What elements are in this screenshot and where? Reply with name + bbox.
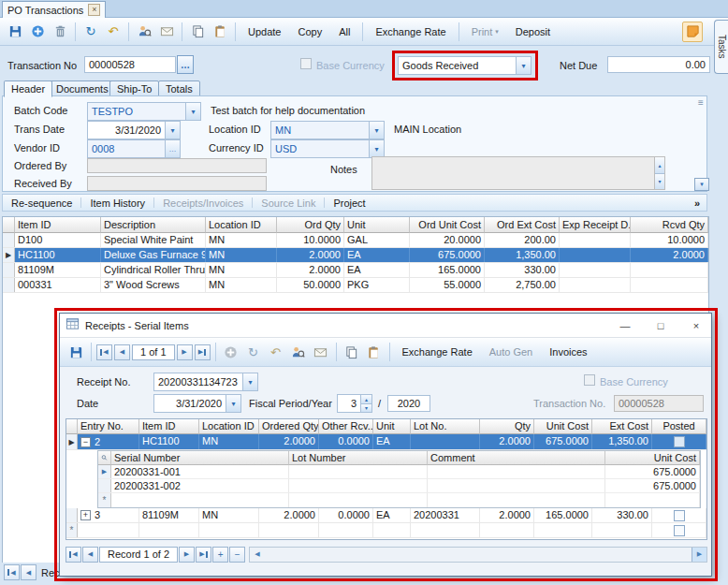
col-description[interactable]: Description bbox=[101, 217, 206, 233]
invoices-button[interactable]: Invoices bbox=[542, 342, 594, 362]
col-ordered-qty[interactable]: Ordered Qty bbox=[259, 419, 319, 434]
cell-qty[interactable] bbox=[480, 523, 534, 537]
col-item-id[interactable]: Item ID bbox=[15, 217, 101, 233]
copy-icon[interactable] bbox=[342, 342, 362, 362]
cell-unit[interactable]: PKG bbox=[344, 278, 410, 292]
col-other-rcvd[interactable]: Other Rcv... bbox=[319, 419, 373, 434]
col-unit[interactable]: Unit bbox=[373, 419, 411, 434]
delete-icon[interactable] bbox=[50, 22, 70, 42]
vendor-id-field[interactable]: 0008 … bbox=[87, 139, 181, 158]
email-icon[interactable] bbox=[311, 342, 331, 362]
collapse-panel-button[interactable]: ▾ bbox=[694, 178, 709, 191]
cell-ext-cost[interactable]: 330.00 bbox=[592, 508, 652, 522]
cell-serial-number[interactable]: 20200331-001 bbox=[111, 465, 289, 478]
record-prev-button[interactable]: ◀ bbox=[114, 344, 130, 360]
cell-unit[interactable]: GAL bbox=[344, 233, 410, 247]
cell-item-id[interactable]: HC1100 bbox=[15, 248, 101, 262]
currency-combo[interactable]: USD ▾ bbox=[270, 139, 385, 158]
cell-unit[interactable]: EA bbox=[344, 248, 410, 262]
resequence-link[interactable]: Re-sequence bbox=[3, 197, 80, 209]
grid-next-button[interactable]: ▶ bbox=[179, 547, 195, 563]
exchange-rate-button[interactable]: Exchange Rate bbox=[368, 22, 453, 42]
cell-entry-no[interactable]: −2 bbox=[78, 434, 139, 449]
cell-ord-qty[interactable]: 2.0000 bbox=[277, 248, 344, 262]
cell-unit-cost[interactable]: 675.0000 bbox=[534, 434, 592, 449]
cell-lot-number[interactable] bbox=[289, 479, 428, 492]
close-icon[interactable]: × bbox=[681, 314, 711, 337]
table-row[interactable]: 000331 3" Wood Screws MN 50.0000 PKG 55.… bbox=[3, 278, 708, 293]
cell-description[interactable]: 3" Wood Screws bbox=[101, 278, 206, 292]
cell-posted[interactable] bbox=[652, 523, 706, 537]
serial-new-row[interactable]: * bbox=[98, 493, 700, 507]
maximize-icon[interactable]: □ bbox=[646, 314, 676, 337]
table-row[interactable]: 81109M Cylindrical Roller Thrust ... MN … bbox=[3, 263, 708, 278]
save-icon[interactable] bbox=[66, 342, 86, 362]
notes-scroll-up-icon[interactable]: ▴ bbox=[655, 157, 664, 173]
cell-item-id[interactable]: 81109M bbox=[15, 263, 101, 277]
col-qty[interactable]: Qty bbox=[480, 419, 534, 434]
table-row[interactable]: D100 Special White Paint MN 10.0000 GAL … bbox=[3, 233, 708, 248]
col-lot-no[interactable]: Lot No. bbox=[411, 419, 480, 434]
grid-last-button[interactable]: ▶ bbox=[196, 547, 211, 563]
cell-entry-no[interactable]: +3 bbox=[78, 508, 139, 522]
grid-horizontal-scrollbar[interactable]: ◀ ▶ bbox=[249, 547, 707, 563]
cell-unit[interactable]: EA bbox=[373, 434, 411, 449]
cell-unit-cost[interactable]: 165.0000 bbox=[534, 508, 592, 522]
status-combo[interactable]: Goods Received ▾ bbox=[398, 56, 531, 75]
print-button[interactable]: Print ▾ bbox=[464, 22, 506, 42]
location-combo[interactable]: MN ▾ bbox=[270, 121, 385, 139]
note-icon[interactable] bbox=[682, 22, 703, 42]
cell-exp-receipt[interactable] bbox=[560, 263, 631, 277]
serial-row[interactable]: ▶ 20200331-001 675.0000 bbox=[98, 465, 700, 479]
trans-date-combo[interactable]: 3/31/2020 ▾ bbox=[87, 121, 181, 139]
cell-ext-cost[interactable]: 1,350.00 bbox=[592, 434, 652, 449]
entry-row[interactable]: +3 81109M MN 2.0000 0.0000 EA 20200331 2… bbox=[66, 508, 706, 523]
col-exp-receipt-date[interactable]: Exp Receipt D... bbox=[560, 217, 631, 233]
vendor-lookup-icon[interactable]: … bbox=[165, 140, 180, 157]
col-location-id[interactable]: Location ID bbox=[199, 419, 259, 434]
dialog-title-bar[interactable]: Receipts - Serial Items — □ × bbox=[60, 314, 711, 338]
nav-prev-button[interactable]: ◀ bbox=[21, 564, 36, 580]
col-location-id[interactable]: Location ID bbox=[206, 217, 277, 233]
record-next-button[interactable]: ▶ bbox=[177, 344, 193, 360]
cell-qty[interactable]: 2.0000 bbox=[480, 434, 534, 449]
cell-description[interactable]: Special White Paint bbox=[101, 233, 206, 247]
source-link-link[interactable]: Source Link bbox=[253, 197, 324, 209]
posted-checkbox[interactable] bbox=[674, 436, 685, 447]
tab-po-transactions[interactable]: PO Transactions × bbox=[2, 1, 106, 18]
finder-icon[interactable] bbox=[288, 342, 309, 362]
more-links-icon[interactable]: » bbox=[688, 197, 706, 209]
posted-checkbox[interactable] bbox=[674, 525, 685, 536]
cell-ord-ext-cost[interactable]: 200.00 bbox=[485, 233, 560, 247]
location-dropdown-icon[interactable]: ▾ bbox=[369, 122, 384, 139]
cell-ordered-qty[interactable] bbox=[259, 523, 319, 537]
col-unit-cost[interactable]: Unit Cost bbox=[534, 419, 592, 434]
spin-up-icon[interactable]: ▴ bbox=[361, 395, 371, 403]
col-ord-qty[interactable]: Ord Qty bbox=[277, 217, 344, 233]
cell-location[interactable]: MN bbox=[199, 508, 259, 522]
col-serial-number[interactable]: Serial Number bbox=[111, 451, 289, 465]
tab-ship-to[interactable]: Ship-To bbox=[109, 80, 159, 96]
splitter-icon[interactable]: ≡ bbox=[698, 97, 704, 108]
cell-serial-unit-cost[interactable] bbox=[605, 493, 700, 507]
cell-serial-unit-cost[interactable]: 675.0000 bbox=[605, 479, 700, 492]
update-button[interactable]: Update bbox=[240, 22, 288, 42]
cell-location[interactable]: MN bbox=[206, 278, 277, 292]
cell-description[interactable]: Deluxe Gas Furnace 95% bbox=[101, 248, 206, 262]
receipt-no-combo[interactable]: 20200331134723 ▾ bbox=[153, 373, 258, 391]
cell-entry-no[interactable] bbox=[78, 523, 139, 537]
save-icon[interactable] bbox=[5, 22, 25, 42]
cell-ord-unit-cost[interactable]: 675.0000 bbox=[410, 248, 485, 262]
cell-other-rcvd[interactable] bbox=[319, 523, 373, 537]
cell-lot-no[interactable]: 20200331 bbox=[411, 508, 480, 522]
deposit-button[interactable]: Deposit bbox=[508, 22, 558, 42]
cell-serial-number[interactable]: 20200331-002 bbox=[111, 479, 289, 492]
copy-button[interactable]: Copy bbox=[290, 22, 329, 42]
trans-date-dropdown-icon[interactable]: ▾ bbox=[165, 122, 180, 139]
record-last-button[interactable]: ▶ bbox=[195, 344, 211, 360]
cell-rcvd-qty[interactable]: 2.0000 bbox=[631, 248, 708, 262]
spin-down-icon[interactable]: ▾ bbox=[361, 403, 371, 413]
add-icon[interactable] bbox=[27, 22, 48, 42]
cell-ordered-qty[interactable]: 2.0000 bbox=[259, 434, 319, 449]
receipts-invoices-link[interactable]: Receipts/Invoices bbox=[154, 197, 252, 209]
